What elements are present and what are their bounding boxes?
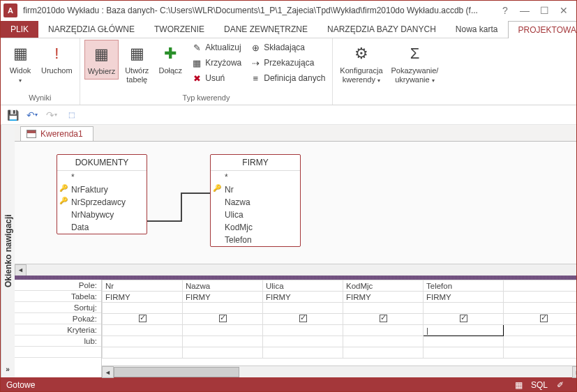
cell-tabela[interactable]: FIRMY: [263, 292, 343, 303]
cell-tabela[interactable]: FIRMY: [103, 292, 183, 303]
datasheet-icon: ▦: [9, 43, 31, 65]
designer-hscroll[interactable]: ◄ ►: [15, 264, 577, 276]
tab-dane-zewnetrzne[interactable]: DANE ZEWNĘTRZNE: [214, 21, 317, 38]
cell-pokaz[interactable]: [183, 314, 263, 325]
field-data[interactable]: Data: [57, 221, 147, 234]
cell-lub[interactable]: [424, 336, 504, 347]
save-button[interactable]: 💾: [5, 107, 20, 123]
cell-kryteria[interactable]: [183, 325, 263, 336]
field-telefon[interactable]: Telefon: [211, 234, 300, 246]
cell-pokaz[interactable]: [103, 314, 183, 325]
przekazujaca-button[interactable]: ⇢Przekazująca: [247, 55, 328, 70]
sql-view-button[interactable]: SQL: [529, 377, 550, 392]
cell-kryteria[interactable]: [343, 325, 424, 336]
delete-icon: ✖: [191, 73, 202, 84]
tab-projektowanie[interactable]: PROJEKTOWANI: [508, 21, 577, 38]
relation-line[interactable]: [181, 193, 182, 222]
field-nrnabywcy[interactable]: NrNabywcy: [57, 209, 147, 221]
cell-pokaz[interactable]: [263, 314, 343, 325]
cell-sortuj[interactable]: [504, 303, 578, 314]
cell-pokaz[interactable]: [504, 314, 578, 325]
field-kodmjc[interactable]: KodMjc: [211, 221, 300, 234]
qat-customize-button[interactable]: ⬚: [63, 107, 79, 123]
query-designer-canvas[interactable]: DOKUMENTY * NrFaktury NrSprzedawcy NrNab…: [15, 142, 577, 264]
query-icon: [27, 130, 36, 138]
cell-pole[interactable]: Nazwa: [183, 280, 263, 292]
checkbox-icon: [219, 315, 227, 322]
scroll-left-button[interactable]: ◄: [102, 366, 114, 378]
close-button[interactable]: ✕: [554, 2, 574, 19]
tab-nowa-karta[interactable]: Nowa karta: [446, 21, 508, 38]
wybierz-button[interactable]: ▦ Wybierz: [84, 40, 119, 80]
tab-plik[interactable]: PLIK: [1, 21, 38, 38]
cell-pole[interactable]: Telefon: [424, 280, 504, 292]
cell-pokaz[interactable]: [343, 314, 424, 325]
tab-narzedzia-bazy[interactable]: NARZĘDZIA BAZY DANYCH: [317, 21, 446, 38]
definicja-danych-button[interactable]: ≡Definicja danych: [247, 70, 328, 86]
grid-hscroll[interactable]: ◄ ►: [102, 365, 577, 377]
table-dokumenty[interactable]: DOKUMENTY * NrFaktury NrSprzedawcy NrNab…: [57, 154, 147, 234]
uruchom-button[interactable]: ! Uruchom: [38, 40, 75, 78]
cell-sortuj[interactable]: [343, 303, 424, 314]
usun-button[interactable]: ✖Usuń: [188, 70, 244, 86]
cell-tabela[interactable]: FIRMY: [343, 292, 424, 303]
cell-tabela[interactable]: [504, 292, 578, 303]
tab-narzedzia-glowne[interactable]: NARZĘDZIA GŁÓWNE: [38, 21, 144, 38]
undo-button[interactable]: ↶▾: [24, 107, 40, 123]
quick-access-toolbar: 💾 ↶▾ ↷▾ ⬚: [1, 105, 576, 125]
widok-button[interactable]: ▦ Widok▾: [5, 40, 36, 88]
design-view-button[interactable]: ✐: [550, 377, 571, 392]
minimize-button[interactable]: —: [515, 2, 534, 19]
cell-pole[interactable]: KodMjc: [343, 280, 424, 292]
object-tabs: Kwerenda1 ✕: [15, 125, 577, 142]
cell-lub[interactable]: [263, 336, 343, 347]
field-ulica[interactable]: Ulica: [211, 209, 300, 221]
cell-pole[interactable]: Ulica: [263, 280, 343, 292]
field-star[interactable]: *: [211, 171, 300, 183]
row-lub-label: lub:: [15, 336, 101, 347]
utworz-tabele-button[interactable]: ▦ Utwórz tabelę: [121, 40, 152, 87]
scroll-left-button[interactable]: ◄: [15, 264, 27, 276]
cell-lub[interactable]: [504, 336, 578, 347]
relation-line[interactable]: [181, 193, 210, 194]
field-nr[interactable]: Nr: [211, 183, 300, 196]
cell-sortuj[interactable]: [424, 303, 504, 314]
cell-kryteria[interactable]: |: [424, 325, 504, 336]
cell-lub[interactable]: [183, 336, 263, 347]
cell-pole[interactable]: [504, 280, 578, 292]
cell-pole[interactable]: Nr: [103, 280, 183, 292]
datasheet-view-button[interactable]: ▦: [508, 377, 529, 392]
tab-tworzenie[interactable]: TWORZENIE: [144, 21, 214, 38]
cell-kryteria[interactable]: [504, 325, 578, 336]
scroll-thumb[interactable]: [114, 367, 239, 377]
cell-sortuj[interactable]: [263, 303, 343, 314]
maximize-button[interactable]: ☐: [534, 2, 554, 19]
cell-lub[interactable]: [343, 336, 424, 347]
scroll-right-button[interactable]: ►: [572, 366, 577, 378]
konfiguracja-kwerendy-button[interactable]: ⚙ Konfiguracja kwerendy ▾: [337, 40, 385, 88]
cell-kryteria[interactable]: [103, 325, 183, 336]
table-firmy[interactable]: FIRMY * Nr Nazwa Ulica KodMjc Telefon: [210, 154, 301, 247]
cell-sortuj[interactable]: [183, 303, 263, 314]
make-table-icon: ▦: [126, 43, 148, 65]
aktualizuj-button[interactable]: ✎Aktualizuj: [188, 40, 244, 55]
krzyzowa-button[interactable]: ▦Krzyżowa: [188, 55, 244, 70]
dolacz-button[interactable]: ✚ Dołącz: [155, 40, 186, 78]
skladajaca-button[interactable]: ⊕Składająca: [247, 40, 328, 55]
nav-pane-toggle[interactable]: » Okienko nawigacji: [1, 125, 15, 377]
field-nrfaktury[interactable]: NrFaktury: [57, 183, 147, 196]
cell-kryteria[interactable]: [263, 325, 343, 336]
cell-tabela[interactable]: FIRMY: [183, 292, 263, 303]
cell-lub[interactable]: [103, 336, 183, 347]
field-star[interactable]: *: [57, 171, 147, 183]
field-nazwa[interactable]: Nazwa: [211, 196, 300, 209]
cell-sortuj[interactable]: [103, 303, 183, 314]
relation-line[interactable]: [147, 220, 181, 222]
cell-pokaz[interactable]: [424, 314, 504, 325]
object-tab-kwerenda1[interactable]: Kwerenda1: [20, 126, 93, 141]
cell-tabela[interactable]: FIRMY: [424, 292, 504, 303]
pokazywanie-ukrywanie-button[interactable]: Σ Pokazywanie/ ukrywanie ▾: [389, 40, 442, 88]
redo-button[interactable]: ↷▾: [44, 107, 59, 123]
help-button[interactable]: ?: [495, 2, 515, 19]
field-nrsprzedawcy[interactable]: NrSprzedawcy: [57, 196, 147, 209]
